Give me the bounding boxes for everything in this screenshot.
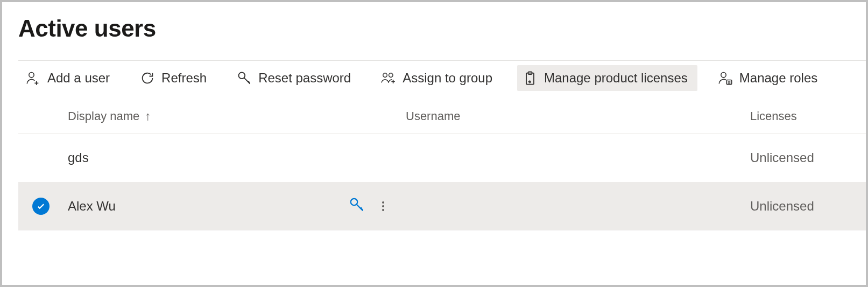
sort-ascending-icon: ↑ [145, 109, 151, 123]
manage-roles-button[interactable]: Manage roles [712, 65, 827, 91]
column-username[interactable]: Username [406, 109, 750, 123]
manage-product-licenses-button[interactable]: Manage product licenses [517, 65, 697, 91]
roles-icon [718, 71, 733, 86]
more-actions-icon[interactable] [382, 201, 384, 211]
refresh-icon [140, 71, 155, 86]
toolbar: Add a user Refresh Reset password [20, 61, 866, 95]
key-icon [237, 71, 252, 86]
manage-roles-label: Manage roles [739, 71, 817, 86]
svg-point-0 [29, 73, 34, 78]
refresh-label: Refresh [161, 71, 207, 86]
svg-point-1 [239, 73, 245, 79]
licenses-cell: Unlicensed [750, 150, 866, 165]
reset-password-row-icon[interactable] [349, 197, 365, 216]
clipboard-icon [523, 71, 538, 86]
svg-point-3 [389, 73, 393, 78]
column-username-label: Username [406, 109, 460, 123]
column-licenses[interactable]: Licenses [750, 109, 866, 123]
display-name-cell: Alex Wu [68, 199, 116, 214]
display-name-cell: gds [68, 150, 89, 165]
column-licenses-label: Licenses [750, 109, 797, 123]
row-checkbox[interactable] [18, 198, 68, 215]
add-user-icon [26, 71, 41, 86]
group-add-icon [381, 71, 396, 86]
add-user-button[interactable]: Add a user [20, 65, 119, 91]
table-header: Display name ↑ Username Licenses [18, 95, 866, 134]
svg-point-6 [721, 73, 726, 78]
assign-to-group-button[interactable]: Assign to group [376, 65, 502, 91]
checked-icon [32, 198, 50, 215]
column-display-name-label: Display name [68, 109, 139, 123]
licenses-cell: Unlicensed [750, 199, 866, 214]
reset-password-label: Reset password [258, 71, 351, 86]
table-row[interactable]: Alex Wu Unlicensed [18, 182, 866, 230]
page-title: Active users [18, 15, 866, 42]
assign-to-group-label: Assign to group [403, 71, 492, 86]
column-display-name[interactable]: Display name ↑ [68, 109, 406, 123]
svg-point-2 [383, 73, 387, 78]
manage-product-licenses-label: Manage product licenses [544, 71, 688, 86]
reset-password-button[interactable]: Reset password [231, 65, 361, 91]
add-user-label: Add a user [47, 71, 110, 86]
refresh-button[interactable]: Refresh [135, 65, 216, 91]
table-row[interactable]: gds Unlicensed [18, 134, 866, 182]
